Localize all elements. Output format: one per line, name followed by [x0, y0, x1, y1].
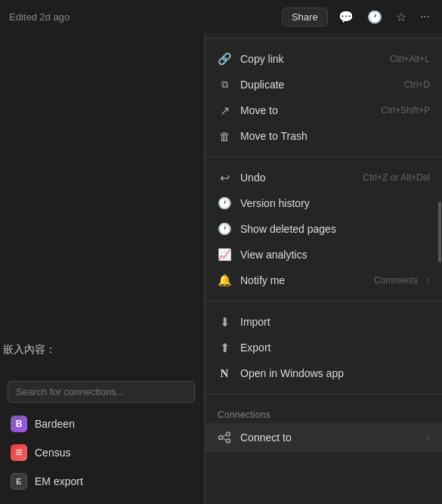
chevron-right-icon: › [427, 432, 430, 443]
connection-list: B Bardeen ≡ Census E EM export Hightouch [0, 410, 204, 504]
menu-item-open-windows[interactable]: N Open in Windows app [206, 360, 442, 386]
menu-section-history: ↩ Undo Ctrl+Z or Alt+Del 🕐 Version histo… [206, 160, 442, 298]
menu-divider-4 [206, 394, 442, 394]
list-item[interactable]: E EM export [0, 467, 204, 496]
notify-comments: Comments [374, 275, 418, 286]
move-to-shortcut: Ctrl+Shift+P [381, 105, 430, 116]
top-bar-actions: Share 💬 🕐 ☆ ··· [282, 8, 433, 26]
menu-divider-2 [206, 156, 442, 157]
menu-item-label: Move to Trash [240, 130, 430, 142]
content-label: 嵌入內容： [3, 343, 56, 357]
export-icon: ⬆ [218, 341, 231, 354]
search-input[interactable] [8, 381, 195, 403]
menu-item-export[interactable]: ⬆ Export [206, 335, 442, 360]
import-icon: ⬇ [218, 315, 231, 329]
more-icon-button[interactable]: ··· [417, 8, 433, 25]
connect-to-icon [218, 431, 231, 444]
menu-item-label: Show deleted pages [240, 223, 430, 235]
connection-name: Bardeen [35, 418, 75, 430]
em-export-icon: E [11, 473, 27, 490]
left-panel: 嵌入內容： B Bardeen ≡ Census E EM export Hig… [0, 33, 204, 504]
copy-link-shortcut: Ctrl+Alt+L [390, 54, 430, 64]
move-to-icon: ↗ [218, 104, 231, 117]
menu-divider-3 [206, 301, 442, 301]
menu-item-move-to-trash[interactable]: 🗑 Move to Trash [206, 123, 442, 149]
show-deleted-icon: 🕐 [218, 222, 231, 236]
history-icon-button[interactable]: 🕐 [364, 8, 385, 26]
menu-item-duplicate[interactable]: ⧉ Duplicate Ctrl+D [206, 72, 442, 97]
menu-item-notify-me[interactable]: 🔔 Notify me Comments › [206, 267, 442, 293]
menu-item-label: Undo [240, 172, 354, 184]
dropdown-menu: 📄 Turn into wiki 🔗 Copy link Ctrl+Alt+L … [205, 0, 442, 504]
connections-header: Connections [206, 402, 442, 423]
menu-item-label: Version history [240, 197, 430, 209]
bardeen-icon: B [11, 416, 27, 432]
menu-item-undo[interactable]: ↩ Undo Ctrl+Z or Alt+Del [206, 165, 442, 190]
census-icon: ≡ [11, 444, 27, 461]
analytics-icon: 📈 [218, 248, 231, 261]
top-bar: Edited 2d ago Share 💬 🕐 ☆ ··· [0, 0, 442, 33]
share-button[interactable]: Share [282, 8, 328, 26]
notify-icon: 🔔 [218, 274, 231, 287]
connection-name: Census [35, 447, 70, 459]
scrollbar-thumb [438, 202, 441, 262]
scrollbar-area[interactable] [437, 0, 442, 504]
connection-name: EM export [35, 475, 83, 487]
menu-item-label: Import [240, 316, 430, 328]
duplicate-shortcut: Ctrl+D [404, 79, 430, 90]
menu-section-import-export: ⬇ Import ⬆ Export N Open in Windows app [206, 305, 442, 391]
version-history-icon: 🕐 [218, 196, 231, 210]
menu-item-label: Move to [240, 104, 372, 116]
undo-shortcut: Ctrl+Z or Alt+Del [363, 172, 430, 183]
list-item[interactable]: ≡ Census [0, 438, 204, 467]
menu-item-show-deleted[interactable]: 🕐 Show deleted pages [206, 216, 442, 242]
svg-point-0 [219, 436, 223, 440]
star-icon-button[interactable]: ☆ [393, 8, 410, 26]
list-item[interactable]: B Bardeen [0, 410, 204, 438]
menu-section-edit: 🔗 Copy link Ctrl+Alt+L ⧉ Duplicate Ctrl+… [206, 42, 442, 153]
copy-link-icon: 🔗 [218, 52, 231, 66]
menu-item-connect-to[interactable]: Connect to › [206, 423, 442, 452]
edited-timestamp: Edited 2d ago [9, 11, 70, 23]
svg-point-1 [227, 432, 230, 436]
chevron-right-icon: › [427, 275, 430, 286]
connect-to-label: Connect to [240, 431, 418, 444]
menu-item-label: Notify me [240, 274, 365, 286]
undo-icon: ↩ [218, 171, 231, 184]
menu-item-version-history[interactable]: 🕐 Version history [206, 190, 442, 216]
list-item[interactable]: Hightouch [0, 496, 204, 504]
menu-divider-1 [206, 38, 442, 39]
menu-item-label: Export [240, 342, 430, 354]
trash-icon: 🗑 [218, 129, 231, 143]
menu-item-copy-link[interactable]: 🔗 Copy link Ctrl+Alt+L [206, 46, 442, 72]
menu-item-view-analytics[interactable]: 📈 View analytics [206, 242, 442, 267]
menu-item-move-to[interactable]: ↗ Move to Ctrl+Shift+P [206, 97, 442, 123]
menu-item-label: Copy link [240, 53, 381, 65]
svg-line-3 [223, 434, 227, 437]
menu-item-label: Open in Windows app [240, 367, 430, 379]
svg-point-2 [227, 439, 230, 443]
menu-item-import[interactable]: ⬇ Import [206, 309, 442, 335]
duplicate-icon: ⧉ [218, 78, 231, 91]
menu-section-connections: Connections Connect to › [206, 397, 442, 456]
chat-icon-button[interactable]: 💬 [335, 8, 357, 26]
top-bar-left: Edited 2d ago [9, 11, 274, 23]
menu-item-label: Duplicate [240, 79, 395, 91]
svg-line-4 [223, 438, 227, 441]
windows-app-icon: N [218, 366, 231, 380]
menu-item-label: View analytics [240, 249, 430, 261]
